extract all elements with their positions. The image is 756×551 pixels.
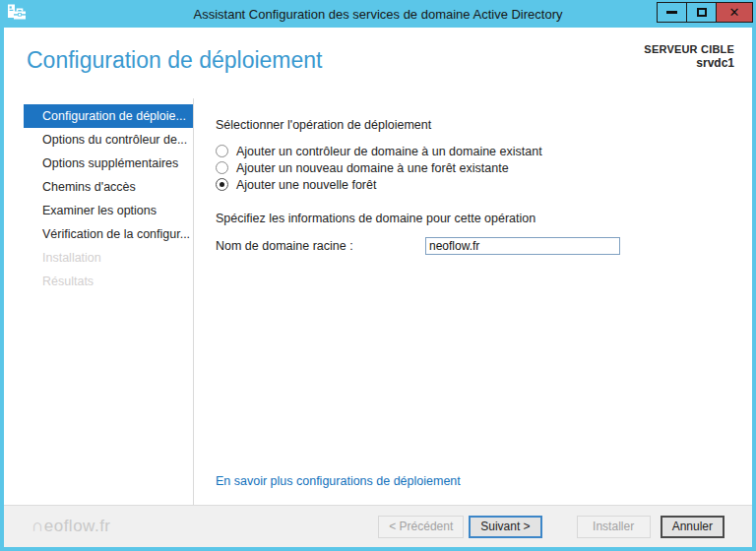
target-server-label: SERVEUR CIBLE bbox=[644, 43, 734, 55]
wizard-steps-sidebar: Configuration de déploie... Options du c… bbox=[4, 98, 194, 505]
radio-option-label: Ajouter un nouveau domaine à une forêt e… bbox=[236, 161, 509, 175]
radio-option-label: Ajouter un contrôleur de domaine à un do… bbox=[236, 145, 542, 158]
radio-unselected-icon bbox=[216, 161, 228, 174]
sidebar-item-verification-configuration[interactable]: Vérification de la configur... bbox=[24, 222, 193, 246]
maximize-icon bbox=[697, 8, 707, 17]
wizard-client-area: Configuration de déploiement SERVEUR CIB… bbox=[4, 28, 752, 547]
sidebar-item-configuration-deploiement[interactable]: Configuration de déploie... bbox=[24, 104, 193, 128]
close-button[interactable]: ✕ bbox=[716, 2, 753, 23]
wizard-body: Configuration de déploie... Options du c… bbox=[4, 98, 752, 505]
neoflow-watermark-logo: ∩eoflow.fr bbox=[32, 517, 111, 536]
wizard-content: Sélectionner l'opération de déploiement … bbox=[194, 98, 752, 505]
window-title: Assistant Configuration des services de … bbox=[0, 7, 756, 22]
root-domain-field-row: Nom de domaine racine : bbox=[216, 237, 724, 255]
previous-button[interactable]: < Précédent bbox=[378, 516, 464, 538]
sidebar-item-chemins-acces[interactable]: Chemins d'accès bbox=[24, 175, 193, 199]
radio-option-label: Ajouter une nouvelle forêt bbox=[236, 178, 376, 192]
minimize-button[interactable] bbox=[657, 2, 687, 23]
minimize-icon bbox=[666, 11, 677, 14]
close-icon: ✕ bbox=[729, 6, 740, 19]
page-title: Configuration de déploiement bbox=[27, 47, 322, 74]
radio-unselected-icon bbox=[216, 145, 228, 157]
root-domain-input[interactable] bbox=[425, 237, 620, 255]
window-controls: ✕ bbox=[658, 2, 753, 23]
target-server-name: srvdc1 bbox=[644, 56, 734, 70]
sidebar-item-installation: Installation bbox=[24, 246, 193, 270]
target-server-block: SERVEUR CIBLE srvdc1 bbox=[644, 43, 734, 70]
cancel-button[interactable]: Annuler bbox=[661, 516, 724, 538]
sidebar-item-resultats: Résultats bbox=[24, 270, 193, 293]
maximize-button[interactable] bbox=[686, 2, 717, 23]
radio-option-add-domain-to-existing-forest[interactable]: Ajouter un nouveau domaine à une forêt e… bbox=[216, 159, 724, 176]
radio-selected-icon bbox=[216, 178, 228, 191]
wizard-header: Configuration de déploiement SERVEUR CIB… bbox=[4, 28, 752, 98]
footer-buttons: < Précédent Suivant > Installer Annuler bbox=[378, 516, 724, 538]
wizard-app-icon bbox=[7, 4, 27, 23]
sidebar-item-options-supplementaires[interactable]: Options supplémentaires bbox=[24, 152, 193, 175]
learn-more-link[interactable]: En savoir plus configurations de déploie… bbox=[216, 474, 461, 488]
select-operation-label: Sélectionner l'opération de déploiement bbox=[216, 118, 724, 132]
radio-option-add-new-forest[interactable]: Ajouter une nouvelle forêt bbox=[216, 176, 724, 193]
wizard-footer: ∩eoflow.fr < Précédent Suivant > Install… bbox=[4, 505, 752, 547]
install-button[interactable]: Installer bbox=[577, 516, 651, 538]
titlebar: Assistant Configuration des services de … bbox=[0, 0, 756, 28]
sidebar-item-options-controleur[interactable]: Options du contrôleur de... bbox=[24, 128, 193, 152]
specify-domain-info-label: Spécifiez les informations de domaine po… bbox=[216, 212, 724, 225]
sidebar-item-examiner-options[interactable]: Examiner les options bbox=[24, 199, 193, 222]
root-domain-label: Nom de domaine racine : bbox=[216, 239, 425, 253]
next-button[interactable]: Suivant > bbox=[469, 516, 541, 538]
radio-option-add-dc-to-existing-domain[interactable]: Ajouter un contrôleur de domaine à un do… bbox=[216, 143, 724, 159]
wizard-window: Assistant Configuration des services de … bbox=[0, 0, 756, 551]
